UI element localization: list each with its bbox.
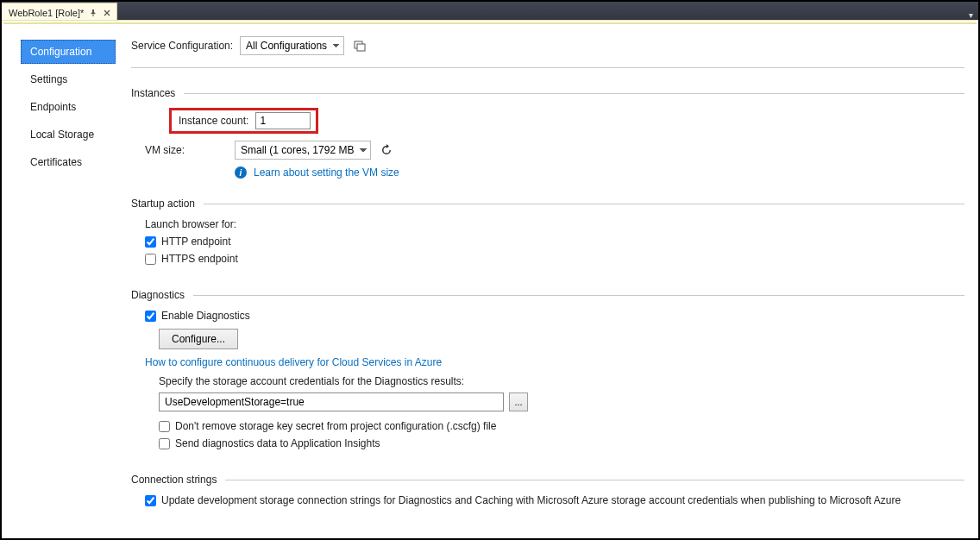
- page-surface: Configuration Settings Endpoints Local S…: [3, 22, 977, 537]
- enable-diagnostics-row[interactable]: Enable Diagnostics: [145, 310, 250, 322]
- tabstrip-menu-icon[interactable]: ▾: [964, 10, 978, 20]
- http-endpoint-checkbox-row[interactable]: HTTP endpoint: [145, 235, 231, 248]
- sidebar-item-local-storage[interactable]: Local Storage: [21, 122, 116, 147]
- send-appinsights-checkbox[interactable]: [159, 438, 170, 449]
- storage-account-browse-button[interactable]: ...: [509, 392, 528, 411]
- send-appinsights-row[interactable]: Send diagnostics data to Application Ins…: [159, 437, 380, 449]
- section-title: Startup action: [131, 198, 195, 210]
- http-endpoint-label: HTTP endpoint: [161, 235, 231, 248]
- https-endpoint-checkbox[interactable]: [145, 254, 156, 265]
- section-diagnostics: Diagnostics Enable Diagnostics Configure…: [131, 289, 964, 455]
- service-config-label: Service Configuration:: [131, 40, 233, 52]
- diagnostics-howto-link[interactable]: How to configure continuous delivery for…: [145, 356, 964, 368]
- vm-size-learn-link[interactable]: Learn about setting the VM size: [254, 166, 399, 179]
- storage-account-label: Specify the storage account credentials …: [159, 375, 964, 387]
- sidebar-item-certificates[interactable]: Certificates: [21, 150, 116, 174]
- close-icon[interactable]: [103, 9, 111, 17]
- section-header: Instances: [131, 87, 964, 99]
- service-config-row: Service Configuration: All Configuration…: [131, 36, 964, 55]
- section-header: Diagnostics: [131, 289, 964, 301]
- manage-configs-icon[interactable]: [351, 37, 368, 54]
- section-rule: [225, 480, 964, 480]
- section-instances: Instances Instance count: VM size:: [131, 87, 964, 179]
- sidebar-item-settings[interactable]: Settings: [21, 67, 116, 91]
- instance-count-input[interactable]: [255, 112, 311, 129]
- vm-size-select[interactable]: Small (1 cores, 1792 MB): [235, 141, 371, 160]
- body: Configuration Settings Endpoints Local S…: [3, 24, 977, 537]
- section-title: Connection strings: [131, 474, 217, 486]
- update-connstr-row[interactable]: Update development storage connection st…: [145, 494, 901, 506]
- enable-diagnostics-checkbox[interactable]: [145, 311, 156, 322]
- sidebar-item-endpoints[interactable]: Endpoints: [21, 95, 116, 119]
- update-connstr-checkbox[interactable]: [145, 495, 156, 506]
- dont-remove-secret-row[interactable]: Don't remove storage key secret from pro…: [159, 420, 496, 432]
- refresh-vm-sizes-icon[interactable]: [378, 141, 395, 159]
- launch-browser-label: Launch browser for:: [145, 218, 964, 230]
- section-rule: [184, 93, 964, 94]
- instance-count-highlight: Instance count:: [169, 108, 318, 134]
- document-tabstrip: WebRole1 [Role]* ▾: [2, 2, 978, 21]
- enable-diagnostics-label: Enable Diagnostics: [161, 310, 250, 322]
- http-endpoint-checkbox[interactable]: [145, 236, 156, 248]
- service-config-select[interactable]: All Configurations: [240, 36, 344, 55]
- section-title: Instances: [131, 87, 175, 99]
- sidebar-item-label: Certificates: [30, 156, 82, 168]
- send-appinsights-label: Send diagnostics data to Application Ins…: [175, 437, 380, 449]
- info-icon: i: [235, 166, 247, 179]
- update-connstr-label: Update development storage connection st…: [161, 494, 901, 506]
- sidebar-item-label: Local Storage: [30, 129, 94, 141]
- sidebar-item-label: Endpoints: [30, 101, 76, 113]
- section-rule: [204, 204, 964, 204]
- storage-account-input[interactable]: [159, 392, 504, 411]
- main-panel: Service Configuration: All Configuration…: [124, 24, 977, 537]
- configure-diagnostics-button[interactable]: Configure...: [159, 329, 238, 349]
- svg-rect-1: [357, 44, 365, 51]
- vm-size-label: VM size:: [145, 144, 228, 156]
- sidebar-item-label: Settings: [30, 73, 67, 85]
- window-frame: WebRole1 [Role]* ▾ Configuration Setting…: [0, 0, 980, 540]
- sidebar-item-label: Configuration: [30, 46, 91, 58]
- tab-title: WebRole1 [Role]*: [9, 8, 84, 18]
- section-header: Startup action: [131, 198, 964, 210]
- sidebar: Configuration Settings Endpoints Local S…: [3, 24, 124, 537]
- section-header: Connection strings: [131, 474, 964, 486]
- dont-remove-secret-checkbox[interactable]: [159, 421, 170, 432]
- https-endpoint-label: HTTPS endpoint: [161, 253, 238, 265]
- section-rule: [193, 295, 964, 296]
- section-title: Diagnostics: [131, 289, 185, 301]
- pin-icon[interactable]: [89, 9, 97, 17]
- dont-remove-secret-label: Don't remove storage key secret from pro…: [175, 420, 496, 432]
- section-startup: Startup action Launch browser for: HTTP …: [131, 198, 964, 270]
- document-tab-webrole1[interactable]: WebRole1 [Role]*: [2, 3, 117, 20]
- divider: [131, 67, 964, 68]
- https-endpoint-checkbox-row[interactable]: HTTPS endpoint: [145, 253, 238, 265]
- instance-count-label: Instance count:: [179, 115, 248, 127]
- sidebar-item-configuration[interactable]: Configuration: [21, 40, 116, 64]
- section-connection-strings: Connection strings Update development st…: [131, 474, 964, 512]
